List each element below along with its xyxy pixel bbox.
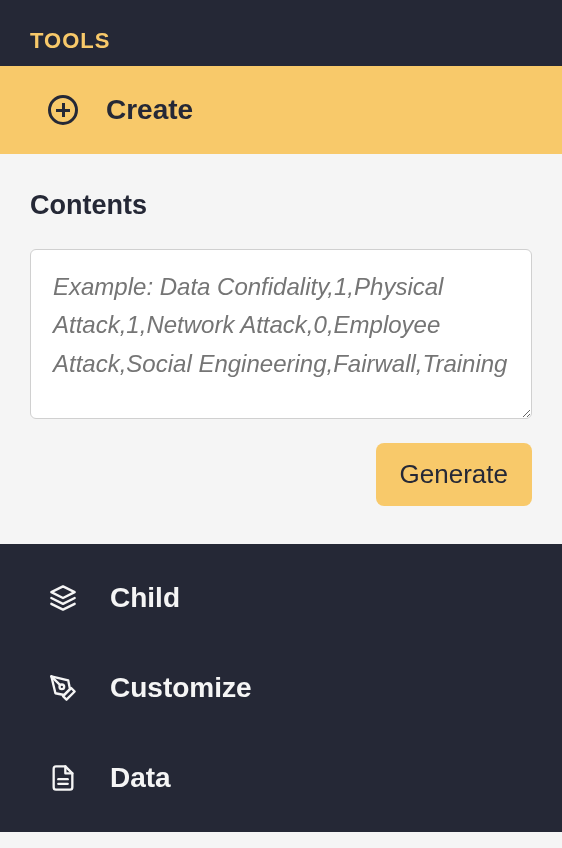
menu-section: Child Customize Data bbox=[0, 544, 562, 832]
menu-item-child[interactable]: Child bbox=[48, 582, 514, 614]
header: TOOLS bbox=[0, 0, 562, 66]
plus-circle-icon bbox=[48, 95, 78, 125]
file-text-icon bbox=[48, 763, 78, 793]
svg-marker-0 bbox=[51, 586, 74, 598]
create-label: Create bbox=[106, 94, 193, 126]
menu-item-customize[interactable]: Customize bbox=[48, 672, 514, 704]
svg-point-1 bbox=[60, 685, 65, 690]
contents-label: Contents bbox=[30, 190, 532, 221]
pen-tool-icon bbox=[48, 673, 78, 703]
menu-item-label: Child bbox=[110, 582, 180, 614]
layers-icon bbox=[48, 583, 78, 613]
create-section[interactable]: Create bbox=[0, 66, 562, 154]
button-row: Generate bbox=[30, 443, 532, 506]
tools-label: TOOLS bbox=[30, 28, 532, 54]
content-section: Contents Generate bbox=[0, 154, 562, 544]
menu-item-label: Customize bbox=[110, 672, 252, 704]
menu-item-data[interactable]: Data bbox=[48, 762, 514, 794]
menu-item-label: Data bbox=[110, 762, 171, 794]
generate-button[interactable]: Generate bbox=[376, 443, 532, 506]
contents-textarea[interactable] bbox=[30, 249, 532, 419]
